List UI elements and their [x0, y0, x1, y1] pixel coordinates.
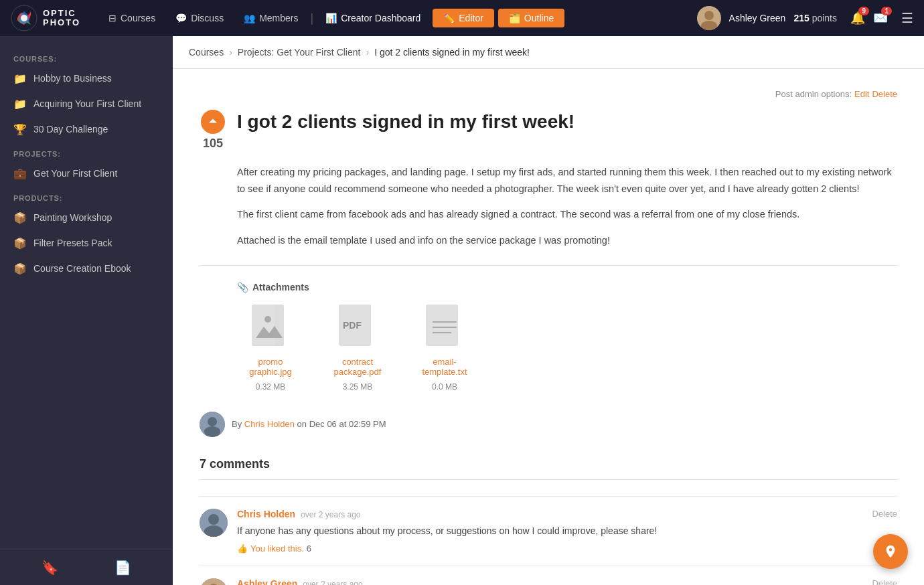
sidebar-item-hobby-to-business[interactable]: 📁 Hobby to Business	[0, 66, 173, 91]
pencil-icon: ✏️	[443, 13, 455, 23]
post-body: After creating my pricing packages, and …	[237, 164, 897, 249]
nav-courses[interactable]: ⊟ Courses	[100, 9, 163, 27]
comment-text-0: If anyone has any questions about my pro…	[237, 523, 897, 538]
comment-time-0: over 2 years ago	[301, 510, 360, 519]
attachment-icon-image	[249, 303, 292, 351]
hamburger-menu-button[interactable]: ☰	[901, 10, 913, 26]
notifications-bell-button[interactable]: 🔔 9	[850, 11, 865, 25]
floating-action-button[interactable]	[873, 534, 908, 569]
breadcrumb: Courses › Projects: Get Your First Clien…	[173, 36, 924, 69]
trophy-icon: 🏆	[13, 122, 27, 136]
sidebar-item-get-first-client[interactable]: 💼 Get Your First Client	[0, 161, 173, 186]
post-paragraph-2: The first client came from facebook ads …	[237, 206, 897, 223]
breadcrumb-project[interactable]: Projects: Get Your First Client	[238, 47, 361, 58]
main-content: Courses › Projects: Get Your First Clien…	[173, 36, 924, 585]
outline-icon: 🗂️	[509, 13, 520, 23]
svg-point-18	[208, 514, 219, 525]
attachment-name-2: email-template.txt	[411, 357, 478, 377]
attachment-size-1: 3.25 MB	[343, 382, 373, 392]
comment-delete-button-0[interactable]: Delete	[872, 509, 897, 519]
attachments-section: 📎 Attachments promo gra	[237, 282, 897, 392]
product-icon: 📦	[13, 262, 27, 275]
sidebar-courses-label: COURSES:	[0, 47, 173, 66]
sidebar-section-projects: PROJECTS: 💼 Get Your First Client	[0, 142, 173, 186]
post-meta-text: By Chris Holden on Dec 06 at 02:59 PM	[232, 419, 386, 429]
divider-comments	[200, 479, 897, 480]
svg-point-3	[704, 11, 714, 20]
folder-icon: 📁	[13, 72, 27, 85]
post-meta: By Chris Holden on Dec 06 at 02:59 PM	[200, 412, 897, 437]
sidebar-item-acquiring-first-client[interactable]: 📁 Acquiring Your First Client	[0, 91, 173, 116]
post-author-link[interactable]: Chris Holden	[244, 419, 295, 429]
avatar[interactable]	[697, 6, 721, 30]
paperclip-icon: 📎	[237, 282, 248, 292]
outline-button[interactable]: 🗂️ Outline	[498, 9, 564, 27]
dashboard-icon: 📊	[325, 13, 337, 23]
comment-like-count-0: 6	[307, 544, 311, 554]
upvote-button[interactable]	[201, 110, 225, 134]
attachments-title: 📎 Attachments	[237, 282, 897, 292]
main-nav: ⊟ Courses 💬 Discuss 👥 Members | 📊 Creato…	[100, 9, 684, 27]
sidebar-item-30-day-challenge[interactable]: 🏆 30 Day Challenge	[0, 116, 173, 142]
attachment-name-0: promo graphic.jpg	[237, 357, 304, 377]
floating-btn-icon	[883, 544, 898, 559]
layout: COURSES: 📁 Hobby to Business 📁 Acquiring…	[0, 36, 924, 585]
logo[interactable]: OPTIC PHOTO	[11, 5, 80, 31]
comment-author-avatar-0	[200, 509, 228, 537]
nav-members[interactable]: 👥 Members	[236, 9, 306, 27]
folder-icon: 📁	[13, 97, 27, 110]
author-avatar-image	[200, 412, 225, 437]
nav-creator-dashboard[interactable]: 📊 Creator Dashboard	[317, 9, 429, 27]
user-points: 215 points	[793, 13, 837, 23]
svg-text:PDF: PDF	[343, 320, 362, 331]
sidebar-item-painting-workshop[interactable]: 📦 Painting Workshop	[0, 205, 173, 230]
edit-post-button[interactable]: Edit	[854, 89, 869, 99]
attachment-name-1: contract package.pdf	[324, 357, 391, 377]
sidebar-item-course-creation-ebook[interactable]: 📦 Course Creation Ebook	[0, 256, 173, 281]
courses-icon: ⊟	[108, 13, 117, 23]
document-icon[interactable]: 📄	[114, 560, 131, 576]
attachment-item-0[interactable]: promo graphic.jpg 0.32 MB	[237, 303, 304, 392]
svg-point-15	[208, 417, 217, 426]
attachment-icon-text	[423, 303, 466, 351]
discuss-icon: 💬	[175, 13, 187, 23]
nav-discuss[interactable]: 💬 Discuss	[167, 9, 232, 27]
comment-avatar-1	[200, 578, 228, 585]
header-right: Ashley Green 215 points 🔔 9 ✉️ 1 ☰	[697, 6, 913, 30]
bookmark-icon[interactable]: 🔖	[42, 560, 58, 576]
comment-time-1: over 2 years ago	[303, 580, 362, 585]
sidebar: COURSES: 📁 Hobby to Business 📁 Acquiring…	[0, 36, 173, 585]
delete-post-button[interactable]: Delete	[872, 89, 897, 99]
post-title-row: 105 I got 2 clients signed in my first w…	[200, 110, 897, 151]
attachment-item-1[interactable]: PDF contract package.pdf 3.25 MB	[324, 303, 391, 392]
breadcrumb-sep-2: ›	[366, 47, 369, 58]
comment-item-0: Chris Holden over 2 years ago If anyone …	[200, 496, 897, 566]
post-author-avatar	[200, 412, 225, 437]
attachment-icon-pdf: PDF	[336, 303, 379, 351]
comment-author-0[interactable]: Chris Holden	[237, 509, 295, 519]
post-paragraph-3: Attached is the email template I used an…	[237, 232, 897, 249]
breadcrumb-current: I got 2 clients signed in my first week!	[374, 47, 530, 58]
sidebar-item-filter-presets-pack[interactable]: 📦 Filter Presets Pack	[0, 230, 173, 256]
comment-item-1: Ashley Green over 2 years ago Outstandin…	[200, 566, 897, 585]
post-title: I got 2 clients signed in my first week!	[237, 110, 574, 134]
comment-header-1: Ashley Green over 2 years ago	[237, 578, 897, 585]
sidebar-bottom: 🔖 📄	[0, 550, 173, 585]
sidebar-section-products: PRODUCTS: 📦 Painting Workshop 📦 Filter P…	[0, 186, 173, 281]
attachment-size-2: 0.0 MB	[432, 382, 457, 392]
breadcrumb-courses[interactable]: Courses	[189, 47, 224, 58]
comment-like-button-0[interactable]: 👍 You liked this. 6	[237, 544, 897, 554]
notifications-envelope-button[interactable]: ✉️ 1	[873, 11, 888, 25]
editor-button[interactable]: ✏️ Editor	[433, 9, 494, 27]
avatar-image	[697, 6, 721, 30]
notification-badge-1: 9	[858, 7, 869, 15]
attachment-item-2[interactable]: email-template.txt 0.0 MB	[411, 303, 478, 392]
comment-author-1[interactable]: Ashley Green	[237, 578, 297, 585]
svg-point-1	[21, 15, 27, 21]
user-name: Ashley Green	[729, 13, 786, 23]
comment-delete-button-1[interactable]: Delete	[872, 578, 897, 585]
members-icon: 👥	[244, 13, 255, 23]
sidebar-section-courses: COURSES: 📁 Hobby to Business 📁 Acquiring…	[0, 47, 173, 142]
attachment-size-0: 0.32 MB	[256, 382, 286, 392]
post-admin-options: Post admin options: Edit Delete	[200, 89, 897, 99]
